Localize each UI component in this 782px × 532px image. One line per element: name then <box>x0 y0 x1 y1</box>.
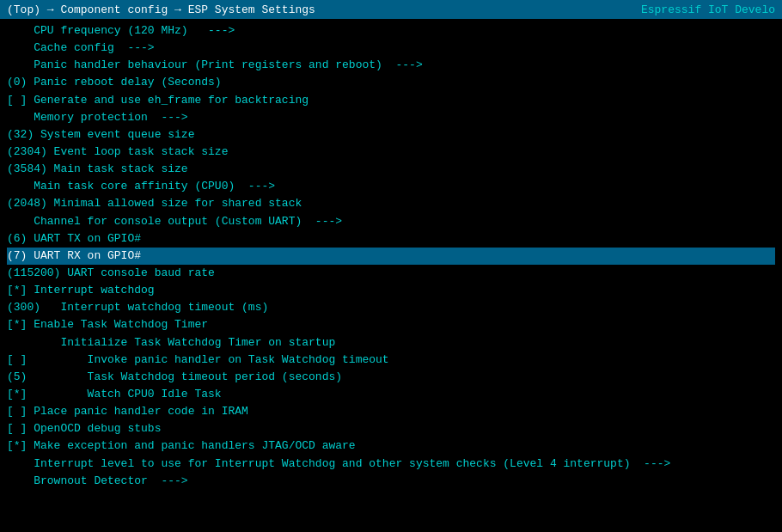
content-area: CPU frequency (120 MHz) ---> Cache confi… <box>0 19 782 493</box>
config-line[interactable]: [ ] Place panic handler code in IRAM <box>7 403 775 420</box>
config-line[interactable]: (6) UART TX on GPIO# <box>7 230 775 248</box>
config-line[interactable]: [*] Watch CPU0 Idle Task <box>7 386 775 403</box>
title-bar: (Top) → Component config → ESP System Se… <box>0 0 782 19</box>
config-line[interactable]: Memory protection ---> <box>7 109 775 126</box>
config-line[interactable]: Panic handler behaviour (Print registers… <box>7 57 775 74</box>
config-line[interactable]: (5) Task Watchdog timeout period (second… <box>7 369 775 386</box>
config-line[interactable]: (300) Interrupt watchdog timeout (ms) <box>7 299 775 316</box>
config-line[interactable]: (3584) Main task stack size <box>7 161 775 178</box>
config-line[interactable]: [ ] OpenOCD debug stubs <box>7 420 775 437</box>
config-line[interactable]: (7) UART RX on GPIO# <box>7 248 775 265</box>
config-line[interactable]: Channel for console output (Custom UART)… <box>7 213 775 230</box>
config-line[interactable]: [*] Interrupt watchdog <box>7 282 775 299</box>
config-line[interactable]: [*] Make exception and panic handlers JT… <box>7 437 775 455</box>
config-line[interactable]: Cache config ---> <box>7 40 775 57</box>
config-line[interactable]: (32) System event queue size <box>7 126 775 144</box>
config-line[interactable]: (0) Panic reboot delay (Seconds) <box>7 74 775 91</box>
config-line[interactable]: [*] Enable Task Watchdog Timer <box>7 316 775 333</box>
config-line[interactable]: Interrupt level to use for Interrupt Wat… <box>7 456 775 473</box>
config-line[interactable]: (115200) UART console baud rate <box>7 265 775 282</box>
config-line[interactable]: CPU frequency (120 MHz) ---> <box>7 22 775 40</box>
config-line[interactable]: [ ] Invoke panic handler on Task Watchdo… <box>7 352 775 369</box>
title-bar-right: Espressif IoT Develo <box>641 3 775 16</box>
breadcrumb: (Top) → Component config → ESP System Se… <box>7 3 315 16</box>
config-line[interactable]: Initialize Task Watchdog Timer on startu… <box>7 334 775 352</box>
config-line[interactable]: Brownout Detector ---> <box>7 473 775 490</box>
config-line[interactable]: [ ] Generate and use eh_frame for backtr… <box>7 92 775 109</box>
config-line[interactable]: (2304) Event loop task stack size <box>7 144 775 161</box>
config-line[interactable]: Main task core affinity (CPU0) ---> <box>7 178 775 195</box>
config-line[interactable]: (2048) Minimal allowed size for shared s… <box>7 195 775 212</box>
